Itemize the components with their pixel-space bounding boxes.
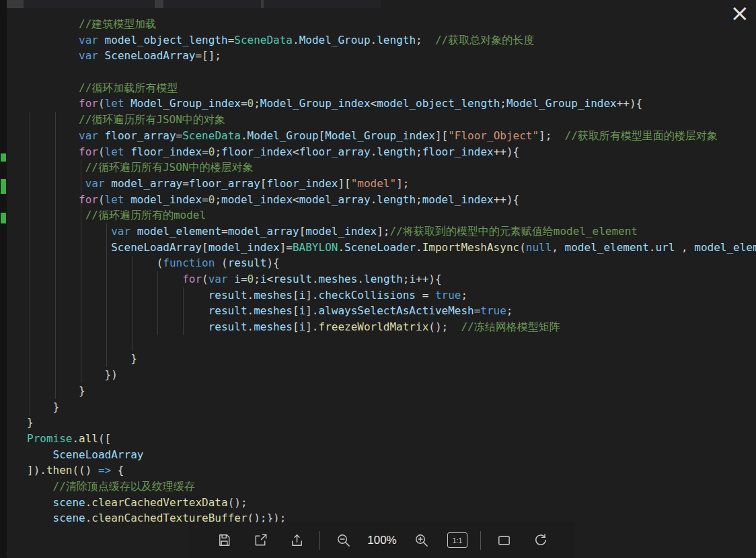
code-line: SceneLoadArray [27, 447, 756, 463]
open-external-button[interactable] [247, 527, 274, 554]
code-line: var model_array=floor_array[floor_index]… [27, 176, 756, 192]
one-to-one-icon: 1:1 [447, 532, 467, 548]
code-line: //循环遍历所有JSON中的楼层对象 [27, 160, 756, 176]
overview-mark [1, 179, 6, 194]
editor-tab-2[interactable] [163, 0, 261, 8]
code-line: scene.clearCachedVertexData(); [27, 495, 756, 511]
overview-ruler [0, 0, 7, 558]
code-line: result.meshes[i].checkCollisions = true; [27, 287, 756, 304]
code-line: for(let model_index=0;model_index<model_… [27, 192, 756, 208]
rotate-icon [533, 532, 548, 548]
image-preview-window: × //建筑模型加载 var model_object_length=Scene… [0, 0, 756, 558]
code-block: //建筑模型加载 var model_object_length=SceneDa… [27, 16, 756, 526]
open-external-icon [253, 532, 268, 548]
zoom-level: 100% [366, 534, 398, 547]
code-line: for(var i=0;i<result.meshes.length;i++){ [27, 271, 756, 287]
code-line: for(let floor_index=0;floor_index<floor_… [27, 144, 756, 160]
code-line: for(let Model_Group_index=0;Model_Group_… [27, 96, 756, 112]
zoom-out-icon [336, 532, 351, 548]
code-line: var model_element=model_array[model_inde… [27, 223, 756, 240]
zoom-in-icon [414, 532, 429, 548]
preview-toolbar: 100% 1:1 [189, 522, 575, 558]
rotate-button[interactable] [527, 527, 554, 554]
code-line: } [27, 351, 756, 367]
toolbar-divider [480, 531, 481, 550]
code-line: //循环遍历所有JSON中的对象 [27, 112, 756, 128]
code-line: var SceneLoadArray=[]; [27, 48, 756, 64]
code-line [27, 335, 756, 351]
save-icon [217, 532, 232, 548]
zoom-out-button[interactable] [330, 527, 356, 554]
save-button[interactable] [211, 527, 237, 554]
code-line: ]).then(() => { [27, 462, 756, 479]
export-icon [289, 532, 305, 548]
code-line: //清除顶点缓存以及纹理缓存 [27, 479, 756, 495]
code-line: } [27, 383, 756, 399]
code-line [27, 64, 756, 80]
code-line: }) [27, 367, 756, 383]
overview-mark [1, 213, 6, 223]
close-button[interactable]: × [728, 1, 753, 24]
editor-tab-1[interactable] [24, 0, 155, 8]
code-line: (function (result){ [27, 255, 756, 271]
code-line: var floor_array=SceneData.Model_Group[Mo… [27, 128, 756, 144]
actual-size-button[interactable]: 1:1 [444, 527, 471, 554]
code-line: } [27, 415, 756, 431]
code-line: var model_object_length=SceneData.Model_… [27, 32, 756, 48]
code-line: result.meshes[i].alwaysSelectAsActiveMes… [27, 303, 756, 319]
code-line: //建筑模型加载 [27, 16, 756, 32]
fit-to-window-button[interactable] [490, 527, 517, 554]
code-line: SceneLoadArray[model_index]=BABYLON.Scen… [27, 240, 756, 256]
code-line: } [27, 399, 756, 415]
export-button[interactable] [283, 527, 310, 554]
fit-to-window-icon [496, 532, 512, 548]
tab-bar [7, 0, 381, 8]
editor-tab-3[interactable] [264, 0, 381, 8]
overview-mark [1, 153, 6, 162]
code-line: result.meshes[i].freezeWorldMatrix(); //… [27, 319, 756, 335]
zoom-in-button[interactable] [408, 527, 434, 554]
code-line: //循环加载所有模型 [27, 80, 756, 96]
code-line: Promise.all([ [27, 431, 756, 447]
toolbar-divider [319, 531, 320, 550]
code-line: //循环遍历所有的model [27, 207, 756, 223]
